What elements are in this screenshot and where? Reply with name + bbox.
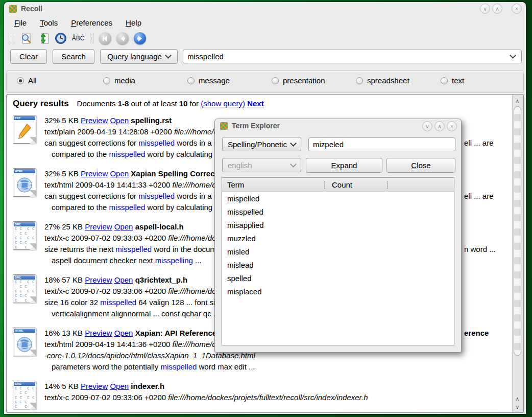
toolbar-handle[interactable] <box>11 33 14 44</box>
filter-label: text <box>452 76 464 85</box>
result-link[interactable]: Preview <box>81 169 108 178</box>
te-close-button[interactable]: × <box>447 121 457 131</box>
result-link[interactable]: Preview <box>81 116 108 125</box>
menu-file[interactable]: File <box>8 17 34 29</box>
result-link[interactable]: Open <box>114 329 133 337</box>
query-language-dropdown[interactable]: Query language <box>100 49 178 64</box>
term-row[interactable]: misapplied <box>222 219 454 232</box>
scroll-down-icon[interactable]: ∨ <box>513 403 522 411</box>
term-row[interactable]: spelled <box>222 272 454 285</box>
text-segment: misspelled <box>109 150 146 158</box>
column-separator-2[interactable] <box>387 181 389 189</box>
result-link[interactable]: Open <box>110 116 129 125</box>
scrollbar-thumb[interactable] <box>514 106 521 356</box>
main-titlebar[interactable]: Recoll ∨ ∧ × <box>4 2 526 15</box>
result-line: 14% 5 KB Preview Open indexer.h <box>44 381 468 392</box>
radio-icon[interactable] <box>441 77 448 84</box>
text-segment: misspelled <box>115 245 152 253</box>
minimize-button[interactable]: ∨ <box>480 4 490 14</box>
text-segment: 27% 25 KB <box>44 222 85 231</box>
text-segment: misspelled <box>100 298 136 307</box>
previous-page-icon[interactable] <box>115 31 130 45</box>
result-link[interactable]: Open <box>114 275 133 284</box>
radio-icon[interactable] <box>187 77 195 84</box>
filter-radio-all[interactable]: All <box>17 76 37 85</box>
term-table: Term Count mispelledmisspelledmisapplied… <box>222 177 454 345</box>
result-link[interactable]: Open <box>110 382 129 390</box>
src-file-icon: SRCc c c c c c c c c c c c c c c <box>13 381 36 409</box>
search-button[interactable]: Search <box>53 49 94 64</box>
expansion-mode-dropdown[interactable]: Spelling/Phonetic <box>222 137 301 151</box>
scroll-up-icon[interactable]: ∧ <box>513 97 522 105</box>
term-row[interactable]: misplaced <box>222 285 454 298</box>
scroll-up-icon-bottom[interactable]: ∧ <box>513 395 522 403</box>
text-segment: 14% 5 KB <box>44 382 81 390</box>
first-page-icon[interactable] <box>98 31 112 45</box>
text-segment: text/x-c 2009-07-02 09:33:06 +0200 <box>44 287 168 295</box>
column-separator[interactable] <box>324 181 326 189</box>
result-link[interactable]: Preview <box>81 382 108 390</box>
page-fold <box>30 403 36 409</box>
chevron-down-icon <box>290 140 297 147</box>
maximize-button[interactable]: ∧ <box>492 4 502 14</box>
sort-by-date-icon[interactable] <box>54 31 68 45</box>
combo-chevron-down-icon[interactable] <box>510 52 516 59</box>
toolbar-handle-2[interactable] <box>90 33 93 44</box>
result-link[interactable]: (show query) <box>201 99 245 108</box>
column-header-term[interactable]: Term <box>222 180 324 189</box>
filter-radio-spreadsheet[interactable]: spreadsheet <box>356 76 409 85</box>
text-segment: Xapian: API Reference <box>135 329 217 337</box>
filter-panel: Allmediamessagepresentationspreadsheette… <box>6 71 524 93</box>
radio-icon[interactable] <box>103 77 110 84</box>
close-dialog-button[interactable]: Close <box>386 158 455 173</box>
menu-preferences[interactable]: Preferences <box>65 17 119 29</box>
filter-label: media <box>114 76 135 85</box>
term-row[interactable]: misspelled <box>222 205 454 219</box>
column-header-count[interactable]: Count <box>332 180 352 189</box>
clear-search-icon[interactable] <box>19 31 33 45</box>
update-index-icon[interactable] <box>36 31 51 45</box>
search-combobox[interactable] <box>183 50 522 63</box>
result-link[interactable]: Preview <box>85 329 112 337</box>
text-segment: size returns the next <box>44 245 115 253</box>
page-fold <box>30 137 36 144</box>
result-link[interactable]: Preview <box>85 222 112 231</box>
next-page-icon[interactable] <box>133 31 147 45</box>
results-scrollbar[interactable]: ∧ ∧ ∨ <box>512 95 523 412</box>
menu-help[interactable]: Help <box>119 17 149 29</box>
clear-button[interactable]: Clear <box>10 49 47 64</box>
term-row[interactable]: mispelled <box>222 192 454 205</box>
term-explorer-titlebar[interactable]: Term Explorer ∨ ∧ × <box>215 119 461 132</box>
te-minimize-button[interactable]: ∨ <box>422 121 432 131</box>
filter-radio-text[interactable]: text <box>441 76 464 85</box>
radio-icon[interactable] <box>17 77 24 84</box>
te-maximize-button[interactable]: ∧ <box>434 121 445 131</box>
spell-term-explorer-icon[interactable]: ÅBĈ <box>71 31 85 45</box>
spell-glyph: ÅBĈ <box>72 35 85 42</box>
result-link[interactable]: Open <box>110 169 129 178</box>
language-dropdown[interactable]: english <box>222 158 301 172</box>
menu-tools[interactable]: Tools <box>34 17 65 29</box>
result-overflow-fragment: ell ... are <box>464 191 494 202</box>
term-row[interactable]: mislead <box>222 259 454 272</box>
expand-button[interactable]: Expand <box>306 158 382 173</box>
search-input[interactable] <box>183 52 506 61</box>
result-link[interactable]: Preview <box>85 275 112 284</box>
result-link[interactable]: Open <box>114 222 133 231</box>
filter-label: spreadsheet <box>367 76 409 85</box>
result-link[interactable]: Next <box>247 99 264 108</box>
filter-radio-media[interactable]: media <box>103 76 135 85</box>
radio-icon[interactable] <box>272 77 279 84</box>
text-segment: out of at least <box>129 99 179 108</box>
filter-radio-presentation[interactable]: presentation <box>272 76 325 85</box>
filter-label: All <box>28 76 37 85</box>
term-input[interactable] <box>308 137 455 151</box>
term-row[interactable]: misled <box>222 245 454 259</box>
term-table-body: mispelledmisspelledmisappliedmuzzledmisl… <box>222 192 454 298</box>
file-icon-label: HTML <box>14 169 35 173</box>
radio-icon[interactable] <box>356 77 363 84</box>
language-value: english <box>228 161 252 170</box>
close-button[interactable]: × <box>512 4 522 14</box>
filter-radio-message[interactable]: message <box>187 76 230 85</box>
term-row[interactable]: muzzled <box>222 232 454 245</box>
